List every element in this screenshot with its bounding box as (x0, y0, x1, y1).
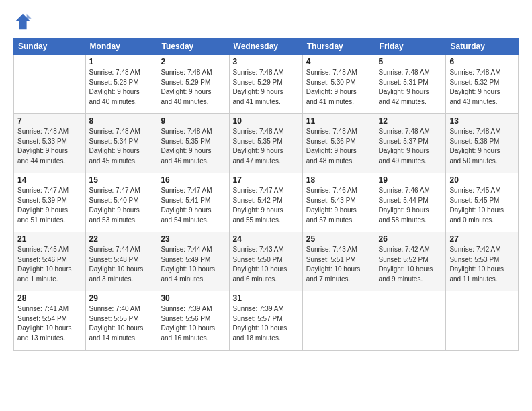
calendar-cell: 18Sunrise: 7:46 AMSunset: 5:43 PMDayligh… (302, 173, 375, 232)
column-header-sunday: Sunday (14, 38, 86, 55)
day-number: 12 (379, 116, 443, 126)
calendar-cell: 13Sunrise: 7:48 AMSunset: 5:38 PMDayligh… (446, 114, 519, 173)
calendar-week-row: 14Sunrise: 7:47 AMSunset: 5:39 PMDayligh… (14, 173, 519, 232)
calendar-cell: 6Sunrise: 7:48 AMSunset: 5:32 PMDaylight… (446, 55, 519, 114)
day-number: 15 (89, 175, 154, 185)
calendar-cell: 23Sunrise: 7:44 AMSunset: 5:49 PMDayligh… (157, 232, 229, 291)
day-number: 6 (449, 57, 515, 66)
day-info: Sunrise: 7:48 AMSunset: 5:30 PMDaylight:… (306, 68, 371, 107)
calendar-cell: 14Sunrise: 7:47 AMSunset: 5:39 PMDayligh… (14, 173, 86, 232)
calendar-week-row: 21Sunrise: 7:45 AMSunset: 5:46 PMDayligh… (14, 232, 519, 291)
calendar-cell (14, 55, 86, 114)
day-number: 8 (89, 116, 154, 126)
calendar-cell: 30Sunrise: 7:39 AMSunset: 5:56 PMDayligh… (157, 291, 229, 351)
day-info: Sunrise: 7:44 AMSunset: 5:48 PMDaylight:… (89, 245, 154, 284)
page: SundayMondayTuesdayWednesdayThursdayFrid… (0, 0, 532, 411)
day-number: 10 (233, 116, 299, 126)
calendar-week-row: 1Sunrise: 7:48 AMSunset: 5:28 PMDaylight… (14, 55, 519, 114)
calendar-week-row: 7Sunrise: 7:48 AMSunset: 5:33 PMDaylight… (14, 114, 519, 173)
calendar-cell: 25Sunrise: 7:43 AMSunset: 5:51 PMDayligh… (302, 232, 375, 291)
column-header-friday: Friday (375, 38, 446, 55)
day-number: 16 (161, 175, 225, 185)
calendar-cell: 20Sunrise: 7:45 AMSunset: 5:45 PMDayligh… (446, 173, 519, 232)
day-info: Sunrise: 7:43 AMSunset: 5:50 PMDaylight:… (233, 245, 299, 284)
day-info: Sunrise: 7:48 AMSunset: 5:28 PMDaylight:… (89, 68, 154, 107)
header (13, 12, 519, 31)
day-number: 1 (89, 57, 154, 66)
day-info: Sunrise: 7:48 AMSunset: 5:34 PMDaylight:… (89, 127, 154, 166)
day-number: 14 (17, 175, 82, 185)
day-number: 31 (233, 293, 299, 303)
column-header-saturday: Saturday (446, 38, 519, 55)
day-info: Sunrise: 7:48 AMSunset: 5:29 PMDaylight:… (161, 68, 225, 107)
column-header-monday: Monday (85, 38, 157, 55)
day-number: 23 (161, 234, 225, 244)
calendar-week-row: 28Sunrise: 7:41 AMSunset: 5:54 PMDayligh… (14, 291, 519, 351)
day-number: 7 (17, 116, 82, 126)
calendar-table: SundayMondayTuesdayWednesdayThursdayFrid… (13, 38, 519, 351)
calendar-cell: 11Sunrise: 7:48 AMSunset: 5:36 PMDayligh… (302, 114, 375, 173)
day-number: 17 (233, 175, 299, 185)
day-info: Sunrise: 7:47 AMSunset: 5:39 PMDaylight:… (17, 186, 82, 225)
day-number: 4 (306, 57, 371, 66)
calendar-cell: 1Sunrise: 7:48 AMSunset: 5:28 PMDaylight… (85, 55, 157, 114)
calendar-cell: 27Sunrise: 7:42 AMSunset: 5:53 PMDayligh… (446, 232, 519, 291)
day-number: 5 (379, 57, 443, 66)
day-info: Sunrise: 7:41 AMSunset: 5:54 PMDaylight:… (17, 304, 82, 343)
day-info: Sunrise: 7:46 AMSunset: 5:44 PMDaylight:… (379, 186, 443, 225)
day-number: 11 (306, 116, 371, 126)
column-header-tuesday: Tuesday (157, 38, 229, 55)
calendar-cell: 15Sunrise: 7:47 AMSunset: 5:40 PMDayligh… (85, 173, 157, 232)
day-info: Sunrise: 7:45 AMSunset: 5:46 PMDaylight:… (17, 245, 82, 284)
calendar-cell: 2Sunrise: 7:48 AMSunset: 5:29 PMDaylight… (157, 55, 229, 114)
column-header-wednesday: Wednesday (229, 38, 302, 55)
day-info: Sunrise: 7:42 AMSunset: 5:52 PMDaylight:… (379, 245, 443, 284)
calendar-cell: 28Sunrise: 7:41 AMSunset: 5:54 PMDayligh… (14, 291, 86, 351)
day-info: Sunrise: 7:39 AMSunset: 5:57 PMDaylight:… (233, 304, 299, 343)
calendar-cell: 3Sunrise: 7:48 AMSunset: 5:29 PMDaylight… (229, 55, 302, 114)
day-number: 26 (379, 234, 443, 244)
calendar-cell: 4Sunrise: 7:48 AMSunset: 5:30 PMDaylight… (302, 55, 375, 114)
logo-icon (13, 12, 32, 31)
day-info: Sunrise: 7:48 AMSunset: 5:29 PMDaylight:… (233, 68, 299, 107)
day-number: 22 (89, 234, 154, 244)
day-info: Sunrise: 7:43 AMSunset: 5:51 PMDaylight:… (306, 245, 371, 284)
day-number: 19 (379, 175, 443, 185)
calendar-cell: 21Sunrise: 7:45 AMSunset: 5:46 PMDayligh… (14, 232, 86, 291)
calendar-cell: 26Sunrise: 7:42 AMSunset: 5:52 PMDayligh… (375, 232, 446, 291)
calendar-cell: 9Sunrise: 7:48 AMSunset: 5:35 PMDaylight… (157, 114, 229, 173)
day-number: 24 (233, 234, 299, 244)
day-info: Sunrise: 7:42 AMSunset: 5:53 PMDaylight:… (449, 245, 515, 284)
day-info: Sunrise: 7:39 AMSunset: 5:56 PMDaylight:… (161, 304, 225, 343)
calendar-cell (375, 291, 446, 351)
logo (13, 12, 35, 31)
day-number: 3 (233, 57, 299, 66)
day-info: Sunrise: 7:48 AMSunset: 5:33 PMDaylight:… (17, 127, 82, 166)
column-header-thursday: Thursday (302, 38, 375, 55)
day-number: 30 (161, 293, 225, 303)
day-number: 29 (89, 293, 154, 303)
day-info: Sunrise: 7:40 AMSunset: 5:55 PMDaylight:… (89, 304, 154, 343)
day-info: Sunrise: 7:48 AMSunset: 5:35 PMDaylight:… (161, 127, 225, 166)
day-info: Sunrise: 7:47 AMSunset: 5:40 PMDaylight:… (89, 186, 154, 225)
day-number: 18 (306, 175, 371, 185)
svg-marker-1 (27, 14, 32, 19)
day-info: Sunrise: 7:46 AMSunset: 5:43 PMDaylight:… (306, 186, 371, 225)
day-number: 20 (449, 175, 515, 185)
calendar-cell: 8Sunrise: 7:48 AMSunset: 5:34 PMDaylight… (85, 114, 157, 173)
day-number: 13 (449, 116, 515, 126)
day-number: 25 (306, 234, 371, 244)
day-info: Sunrise: 7:45 AMSunset: 5:45 PMDaylight:… (449, 186, 515, 225)
day-info: Sunrise: 7:48 AMSunset: 5:36 PMDaylight:… (306, 127, 371, 166)
day-number: 2 (161, 57, 225, 66)
day-number: 28 (17, 293, 82, 303)
day-number: 9 (161, 116, 225, 126)
day-info: Sunrise: 7:47 AMSunset: 5:41 PMDaylight:… (161, 186, 225, 225)
day-info: Sunrise: 7:47 AMSunset: 5:42 PMDaylight:… (233, 186, 299, 225)
day-info: Sunrise: 7:48 AMSunset: 5:32 PMDaylight:… (449, 68, 515, 107)
day-number: 27 (449, 234, 515, 244)
calendar-cell: 12Sunrise: 7:48 AMSunset: 5:37 PMDayligh… (375, 114, 446, 173)
calendar-cell: 22Sunrise: 7:44 AMSunset: 5:48 PMDayligh… (85, 232, 157, 291)
day-info: Sunrise: 7:48 AMSunset: 5:37 PMDaylight:… (379, 127, 443, 166)
calendar-header-row: SundayMondayTuesdayWednesdayThursdayFrid… (14, 38, 519, 55)
